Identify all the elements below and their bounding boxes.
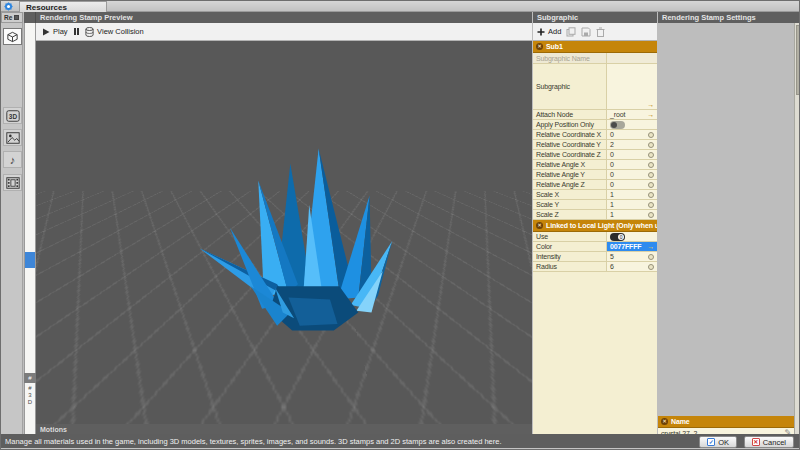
section-header[interactable]: ✕Linked to Local Light (Only when used i… (533, 220, 657, 232)
stamp-list-hash-header: # (24, 373, 36, 383)
status-text: Manage all materials used in the game, i… (5, 437, 502, 446)
row-label: Use (533, 232, 607, 241)
sidebar-item-sounds[interactable]: ♪ (3, 151, 22, 168)
row-value[interactable]: 0 (607, 232, 657, 241)
row-value[interactable]: 0 (607, 130, 657, 139)
row-label: Relative Coordinate Z (533, 150, 607, 159)
row-value[interactable]: 1 (607, 190, 657, 199)
add-subgraphic-button[interactable]: Add (537, 27, 561, 36)
toggle-knob: 0 (618, 234, 624, 240)
number-spinner-icon[interactable] (648, 264, 654, 270)
ok-label: OK (718, 438, 729, 447)
sidebar-item-images[interactable] (3, 129, 22, 146)
collapse-icon[interactable]: ✕ (536, 43, 543, 50)
row-label: Radius (533, 262, 607, 271)
reference-arrow-icon[interactable]: → (647, 243, 654, 250)
row-label: Scale X (533, 190, 607, 199)
sidebar-item-movies[interactable] (3, 174, 22, 191)
toggle-switch[interactable]: 0 (610, 233, 625, 241)
reference-arrow-icon[interactable]: → (647, 111, 654, 118)
number-spinner-icon[interactable] (648, 254, 654, 260)
crystal-model (196, 139, 396, 339)
row-value[interactable] (607, 53, 657, 63)
resources-window: Resources Re 3D ♪ (0, 0, 800, 450)
collapse-icon[interactable]: ✕ (661, 418, 668, 425)
motions-panel-header[interactable]: Motions (36, 424, 532, 434)
row-label: Apply Position Only (533, 120, 607, 129)
collapse-icon[interactable]: ✕ (536, 222, 543, 229)
section-title: Sub1 (546, 43, 563, 50)
save-icon[interactable] (581, 27, 591, 37)
value-text: 0 (610, 131, 614, 138)
row-value[interactable]: 2 (607, 140, 657, 149)
stamp-list-vertical-label: #3D (24, 385, 36, 406)
row-value[interactable]: 0077FFFF→ (607, 242, 657, 251)
collapsed-resources-tab[interactable]: Re (1, 12, 23, 23)
row-label: Scale Y (533, 200, 607, 209)
row-value[interactable]: 0 (607, 160, 657, 169)
number-spinner-icon[interactable] (648, 162, 654, 168)
cancel-button[interactable]: ✕ Cancel (744, 436, 794, 448)
value-text: 0 (610, 151, 614, 158)
number-spinner-icon[interactable] (648, 182, 654, 188)
row-label: Attach Node (533, 110, 607, 119)
row-value[interactable]: 1 (607, 210, 657, 219)
preview-toolbar: Play View Collision (36, 23, 532, 41)
row-value[interactable] (607, 120, 657, 129)
play-button[interactable]: Play (42, 27, 68, 36)
pause-button[interactable] (74, 28, 80, 35)
preview-viewport[interactable] (36, 41, 532, 424)
view-collision-button[interactable]: View Collision (85, 27, 144, 37)
value-text: 0 (610, 171, 614, 178)
property-row: Scale X1 (533, 190, 657, 200)
settings-scrollbar-thumb[interactable] (796, 25, 800, 95)
title-bar (1, 1, 799, 12)
property-row: Subgraphic→ (533, 64, 657, 110)
property-row: Intensity5 (533, 252, 657, 262)
row-value[interactable]: 0 (607, 150, 657, 159)
motions-label: Motions (40, 426, 67, 433)
row-value[interactable]: 1 (607, 200, 657, 209)
number-spinner-icon[interactable] (648, 172, 654, 178)
row-label: Relative Coordinate Y (533, 140, 607, 149)
stamp-list-selected-item[interactable] (25, 252, 35, 268)
row-value[interactable]: 0 (607, 180, 657, 189)
number-spinner-icon[interactable] (648, 192, 654, 198)
value-text: 2 (610, 141, 614, 148)
ok-button[interactable]: ✓ OK (699, 436, 737, 448)
sidebar-item-3d-models[interactable]: 3D (3, 107, 22, 124)
property-row: Use0 (533, 232, 657, 242)
row-label: Subgraphic Name (533, 53, 607, 63)
number-spinner-icon[interactable] (648, 132, 654, 138)
number-spinner-icon[interactable] (648, 212, 654, 218)
toggle-switch[interactable] (610, 121, 625, 129)
preview-panel-title: Rendering Stamp Preview (40, 13, 133, 22)
section-title: Linked to Local Light (Only when used i.… (546, 222, 657, 229)
settings-scrollbar[interactable] (794, 23, 800, 434)
property-row: Attach Node_root→ (533, 110, 657, 120)
row-value[interactable]: 6 (607, 262, 657, 271)
view-collision-label: View Collision (97, 27, 144, 36)
duplicate-icon[interactable] (566, 27, 576, 37)
number-spinner-icon[interactable] (648, 152, 654, 158)
row-label: Intensity (533, 252, 607, 261)
value-text: 0077FFFF (610, 243, 641, 250)
section-header[interactable]: ✕Sub1 (533, 41, 657, 53)
plus-icon (537, 28, 545, 36)
sidebar-item-3d-stamps[interactable] (3, 28, 22, 45)
ok-check-icon: ✓ (707, 438, 715, 446)
row-value[interactable]: 0 (607, 170, 657, 179)
window-title: Resources (26, 3, 67, 12)
resource-type-toolbar (1, 12, 23, 434)
number-spinner-icon[interactable] (648, 142, 654, 148)
value-text: _root (610, 111, 625, 118)
collapsed-tab-label: Re (4, 14, 12, 21)
number-spinner-icon[interactable] (648, 202, 654, 208)
row-value[interactable]: 5 (607, 252, 657, 261)
section-header[interactable]: ✕Name (658, 416, 794, 428)
row-value[interactable]: _root→ (607, 110, 657, 119)
row-value[interactable]: → (607, 64, 657, 109)
delete-icon[interactable] (596, 27, 605, 37)
reference-arrow-icon[interactable]: → (647, 101, 654, 108)
tab-resources[interactable]: Resources (19, 1, 107, 12)
